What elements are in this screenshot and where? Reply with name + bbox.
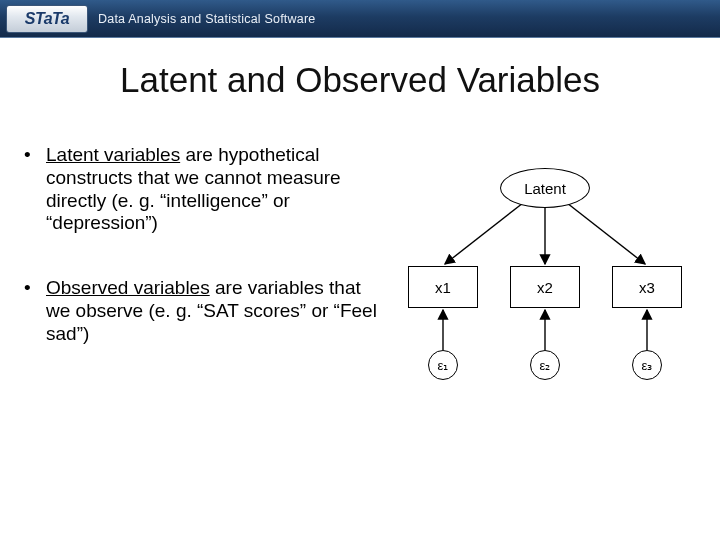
stata-logo: STaTa [6,5,88,33]
tagline: Data Analysis and Statistical Software [98,12,315,26]
bullet-underlined: Latent variables [46,144,180,165]
bullet-item: • Latent variables are hypothetical cons… [24,144,384,235]
banner: STaTa Data Analysis and Statistical Soft… [0,0,720,38]
bullet-item: • Observed variables are variables that … [24,277,384,345]
bullet-dot: • [24,277,46,345]
latent-node: Latent [500,168,590,208]
svg-line-2 [567,203,645,264]
diagram-column: Latent x1 x2 x3 ε₁ ε₂ ε₃ [384,144,706,418]
bullet-dot: • [24,144,46,235]
observed-box-x2: x2 [510,266,580,308]
bullet-text: Latent variables are hypothetical constr… [46,144,384,235]
sem-diagram: Latent x1 x2 x3 ε₁ ε₂ ε₃ [390,168,700,418]
observed-box-x1: x1 [408,266,478,308]
text-column: • Latent variables are hypothetical cons… [24,144,384,418]
content-area: • Latent variables are hypothetical cons… [0,144,720,418]
observed-box-x3: x3 [612,266,682,308]
error-node-e1: ε₁ [428,350,458,380]
bullet-underlined: Observed variables [46,277,210,298]
error-node-e2: ε₂ [530,350,560,380]
svg-line-0 [445,203,523,264]
logo-text: STaTa [25,10,69,28]
error-node-e3: ε₃ [632,350,662,380]
bullet-text: Observed variables are variables that we… [46,277,384,345]
slide-title: Latent and Observed Variables [0,60,720,100]
